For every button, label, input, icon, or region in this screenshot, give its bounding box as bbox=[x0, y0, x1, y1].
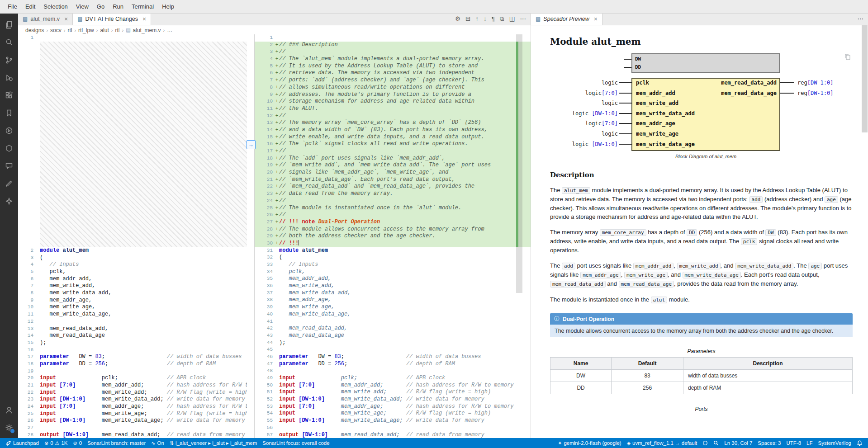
code-line[interactable]: 24input [7:0] mem_addr_age; // hash addr… bbox=[18, 403, 254, 410]
sonarlint-branch-status[interactable]: SonarLint branch: master bbox=[85, 438, 148, 448]
code-line[interactable]: 30+// !!! bbox=[255, 240, 531, 247]
menu-view[interactable]: View bbox=[72, 0, 93, 13]
breadcrumb-item[interactable]: alut_mem.v bbox=[133, 27, 161, 33]
dvt-ai-icon[interactable] bbox=[0, 192, 18, 210]
code-line[interactable]: 53input [7:0] mem_addr_age; // hash addr… bbox=[255, 403, 531, 410]
settings-gear-icon[interactable] bbox=[0, 419, 18, 436]
code-line[interactable]: 19 bbox=[18, 368, 254, 375]
code-line[interactable]: 3( bbox=[18, 255, 254, 262]
flow-status[interactable]: ◈ uvm_ref_flow_1.1 → default bbox=[624, 438, 700, 448]
code-line[interactable]: 19+// `mem_write_add`, and `mem_write_da… bbox=[255, 162, 531, 169]
code-line[interactable]: 24+// bbox=[255, 198, 531, 205]
code-line[interactable]: 1 bbox=[18, 34, 254, 42]
previous-change-icon[interactable]: ↑ bbox=[475, 16, 479, 22]
code-line[interactable]: 47parameter DD = 256; // depth of RAM bbox=[255, 361, 531, 368]
code-line[interactable]: 22+// `mem_read_data_add` and `mem_read_… bbox=[255, 183, 531, 190]
code-line[interactable]: 35 mem_addr_add, bbox=[255, 275, 531, 283]
close-icon[interactable]: × bbox=[142, 16, 146, 22]
code-line[interactable]: 12+// bbox=[255, 113, 531, 120]
code-line[interactable]: 4+// The `alut_mem` module implements a … bbox=[255, 56, 531, 63]
menu-selection[interactable]: Selection bbox=[39, 0, 71, 13]
run-debug-icon[interactable] bbox=[0, 69, 18, 86]
code-line[interactable]: 23+// data read from the memory array. bbox=[255, 190, 531, 198]
collapse-unchanged-icon[interactable]: ⊟ bbox=[465, 16, 470, 22]
diff-settings-icon[interactable]: ⚙ bbox=[455, 16, 460, 22]
code-line[interactable]: 18parameter DD = 256; // depth of RAM bbox=[18, 361, 254, 368]
code-line[interactable]: 17parameter DW = 83; // width of data bu… bbox=[18, 354, 254, 361]
split-editor-icon[interactable]: ◫ bbox=[509, 16, 515, 22]
code-line[interactable]: 40 mem_write_data_age, bbox=[255, 311, 531, 318]
code-line[interactable]: 33 // Inputs bbox=[255, 261, 531, 269]
code-line[interactable]: 21input [7:0] mem_addr_add; // hash addr… bbox=[18, 382, 254, 389]
code-line[interactable]: 5+// It is used by the Address Lookup Ta… bbox=[255, 63, 531, 70]
code-line[interactable]: 55input [DW-1:0] mem_write_data_age; // … bbox=[255, 417, 531, 424]
language-status[interactable]: SystemVerilog bbox=[815, 438, 854, 448]
code-line[interactable]: 46parameter DW = 83; // width of data bu… bbox=[255, 354, 531, 361]
tab-dvt-ai-file-changes[interactable]: ▤ DVT AI File Changes × bbox=[73, 13, 151, 25]
more-actions-icon[interactable]: ⋯ bbox=[858, 16, 864, 22]
code-line[interactable]: 32( bbox=[255, 254, 531, 261]
excluded-status[interactable]: ⊘ 0 bbox=[71, 438, 85, 448]
code-line[interactable]: 49input pclk; // APB clock bbox=[255, 375, 531, 382]
code-line[interactable]: 4 // Inputs bbox=[18, 261, 254, 269]
close-icon[interactable]: × bbox=[594, 16, 598, 22]
tab-specador-preview[interactable]: ▤ Specador Preview × bbox=[531, 13, 602, 25]
next-change-icon[interactable]: ↓ bbox=[484, 16, 487, 22]
code-line[interactable]: 44); bbox=[255, 340, 531, 347]
diff-sash[interactable] bbox=[254, 34, 255, 438]
code-line[interactable]: 15+// write enable, and write data input… bbox=[255, 134, 531, 141]
eol-status[interactable]: LF bbox=[804, 438, 815, 448]
breadcrumb-item[interactable]: rtl bbox=[115, 27, 119, 33]
code-line[interactable]: 57output [DW-1:0] mem_read_data_add; // … bbox=[255, 432, 531, 439]
menu-run[interactable]: Run bbox=[109, 0, 128, 13]
code-line[interactable]: 20input pclk; // APB clock bbox=[18, 375, 254, 382]
code-line[interactable]: 26input [DW-1:0] mem_write_data_age; // … bbox=[18, 417, 254, 424]
code-line[interactable]: 38 mem_addr_age, bbox=[255, 297, 531, 304]
bookmarks-icon[interactable] bbox=[0, 104, 18, 122]
code-line[interactable]: 22input mem_write_add; // R/W flag (writ… bbox=[18, 389, 254, 396]
code-line[interactable]: 6 mem_addr_add, bbox=[18, 276, 254, 283]
code-line[interactable]: 15); bbox=[18, 340, 254, 347]
breadcrumb-item[interactable]: designs bbox=[25, 27, 44, 33]
encoding-status[interactable]: UTF-8 bbox=[783, 438, 804, 448]
menu-file[interactable]: File bbox=[4, 0, 21, 13]
code-line[interactable]: 26+// bbox=[255, 212, 531, 219]
diff-revert-arrow[interactable]: → bbox=[247, 140, 256, 149]
code-line[interactable]: 41 bbox=[255, 318, 531, 325]
code-line[interactable]: 28+// The module allows concurrent acces… bbox=[255, 226, 531, 233]
extensions-icon[interactable] bbox=[0, 86, 18, 104]
code-line[interactable]: 52input [DW-1:0] mem_write_data_add; // … bbox=[255, 396, 531, 403]
breadcrumb-item[interactable]: rtl bbox=[67, 27, 72, 33]
whitespace-icon[interactable]: ¶ bbox=[492, 16, 495, 22]
code-line[interactable]: 43 mem_read_data_age bbox=[255, 332, 531, 340]
code-line[interactable]: 36 mem_write_add, bbox=[255, 283, 531, 290]
code-line[interactable]: 31module alut_mem bbox=[255, 247, 531, 255]
code-line[interactable]: 34 pclk, bbox=[255, 269, 531, 276]
code-line[interactable]: 13+// The memory array `mem_core_array` … bbox=[255, 119, 531, 127]
code-line[interactable]: 42 mem_read_data_add, bbox=[255, 325, 531, 332]
code-line[interactable]: 2+// ### Description bbox=[255, 42, 531, 49]
code-line[interactable]: 17+// bbox=[255, 148, 531, 155]
code-line[interactable]: 9+// addresses. The module's primary fun… bbox=[255, 91, 531, 99]
code-line[interactable]: 21+// `mem_write_data_age`. Each port's … bbox=[255, 176, 531, 184]
code-line[interactable]: 14 mem_read_data_age bbox=[18, 332, 254, 340]
problems-status[interactable]: ⊗ 0 ⚠ 1K bbox=[42, 438, 71, 448]
code-line[interactable]: 10+// storage mechanism for address and … bbox=[255, 98, 531, 105]
dvt-icon[interactable] bbox=[0, 139, 18, 157]
test-explorer-icon[interactable] bbox=[0, 122, 18, 139]
breadcrumb-item[interactable]: alut bbox=[100, 27, 109, 33]
code-line[interactable]: 29+// both the address checker and the a… bbox=[255, 233, 531, 240]
code-line[interactable]: 37 mem_write_data_add, bbox=[255, 290, 531, 297]
accounts-icon[interactable] bbox=[0, 401, 18, 419]
code-line[interactable]: 12 bbox=[18, 318, 254, 325]
code-line[interactable]: 45 bbox=[255, 346, 531, 354]
code-line[interactable]: 27 bbox=[18, 424, 254, 432]
code-line[interactable]: 2module alut_mem bbox=[18, 247, 254, 255]
tab-alut-mem-v[interactable]: ▤ alut_mem.v × bbox=[18, 13, 73, 25]
code-line[interactable]: 7 mem_write_add, bbox=[18, 283, 254, 290]
toggle-status[interactable]: ∿ On bbox=[148, 438, 167, 448]
code-line[interactable]: 10 mem_write_age, bbox=[18, 304, 254, 311]
search-icon[interactable] bbox=[0, 33, 18, 51]
code-line[interactable]: 9 mem_addr_age, bbox=[18, 297, 254, 304]
code-line[interactable]: 18+// The `add` port uses signals like `… bbox=[255, 155, 531, 162]
